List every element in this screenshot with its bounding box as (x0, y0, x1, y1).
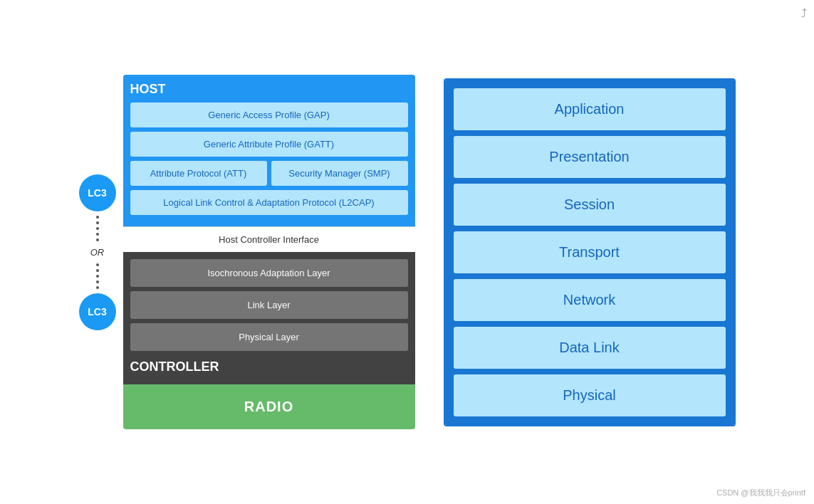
dot (96, 227, 99, 230)
osi-session: Session (454, 184, 726, 226)
gap-layer: Generic Access Profile (GAP) (130, 103, 408, 127)
controller-section: Isochronous Adaptation Layer Link Layer … (123, 252, 415, 384)
lc3-top-circle: LC3 (79, 174, 116, 211)
ble-stack-diagram: LC3 OR LC3 HOST Generic Access Profile (… (79, 75, 415, 429)
dot (96, 233, 99, 236)
link-layer: Link Layer (130, 291, 408, 319)
dot (96, 280, 99, 283)
osi-application: Application (454, 88, 726, 130)
radio-box: RADIO (123, 384, 415, 429)
dot (96, 286, 99, 289)
watermark: CSDN @我我我只会printf (716, 488, 805, 498)
dot (96, 238, 99, 241)
att-smp-row: Attribute Protocol (ATT) Security Manage… (130, 161, 408, 186)
or-label: OR (90, 246, 105, 259)
host-section: HOST Generic Access Profile (GAP) Generi… (123, 75, 415, 226)
hci-layer: Host Controller Interface (123, 226, 415, 252)
lc3-bottom-circle: LC3 (79, 293, 116, 330)
osi-inner: Application Presentation Session Transpo… (445, 80, 734, 425)
l2cap-layer: Logical Link Control & Adaptation Protoc… (130, 190, 408, 215)
osi-transport: Transport (454, 231, 726, 273)
att-layer: Attribute Protocol (ATT) (130, 161, 267, 186)
lc3-column: LC3 OR LC3 (79, 174, 116, 330)
dot (96, 216, 99, 219)
dot (96, 263, 99, 266)
lc3-top-dots (96, 211, 99, 246)
dot (96, 275, 99, 278)
dot (96, 269, 99, 272)
osi-network: Network (454, 279, 726, 321)
dot (96, 221, 99, 224)
osi-presentation: Presentation (454, 136, 726, 178)
osi-physical: Physical (454, 374, 726, 416)
osi-datalink: Data Link (454, 327, 726, 369)
ble-stack: HOST Generic Access Profile (GAP) Generi… (123, 75, 415, 429)
controller-label: CONTROLLER (130, 357, 408, 377)
gatt-layer: Generic Attribute Profile (GATT) (130, 132, 408, 157)
lc3-bottom-label: LC3 (88, 306, 106, 317)
host-label: HOST (130, 82, 408, 97)
osi-model-diagram: Application Presentation Session Transpo… (444, 78, 736, 426)
lc3-top-label: LC3 (88, 187, 106, 199)
physical-layer: Physical Layer (130, 323, 408, 351)
smp-layer: Security Manager (SMP) (271, 161, 408, 186)
share-icon[interactable]: ⤴ (801, 7, 807, 20)
iso-layer: Isochronous Adaptation Layer (130, 259, 408, 287)
lc3-bottom-dots (96, 259, 99, 293)
